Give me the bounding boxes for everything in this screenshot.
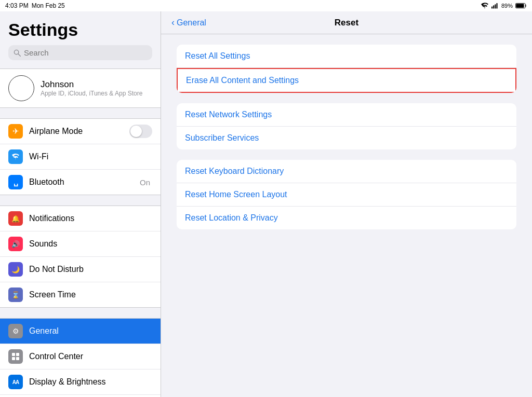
settings-group-inner-connectivity: ✈ Airplane Mode Wi-Fi	[0, 118, 161, 195]
svg-rect-11	[16, 357, 19, 360]
settings-group-alerts: 🔔 Notifications 🔊 Sounds 🌙 Do Not Distur…	[0, 206, 161, 308]
main-content: Settings Johnson Apple ID, iCloud, iTune…	[0, 11, 532, 397]
search-bar[interactable]	[8, 45, 152, 60]
profile-subtitle: Apple ID, iCloud, iTunes & App Store	[41, 90, 142, 97]
svg-rect-1	[493, 5, 494, 8]
sidebar-item-bluetooth[interactable]: ␣ Bluetooth On	[0, 170, 161, 195]
svg-rect-2	[495, 4, 496, 8]
battery-pct: 89%	[501, 3, 513, 9]
wifi-label: Wi-Fi	[29, 152, 152, 161]
profile-section[interactable]: Johnson Apple ID, iCloud, iTunes & App S…	[0, 69, 161, 108]
sounds-icon: 🔊	[8, 237, 23, 251]
subscriber-services-label: Subscriber Services	[185, 133, 259, 142]
sidebar-header: Settings	[0, 11, 161, 64]
right-panel: ‹ General Reset Reset All Settings Erase…	[161, 11, 532, 397]
reset-home-screen-row[interactable]: Reset Home Screen Layout	[177, 183, 516, 207]
right-panel-content: Reset All Settings Erase All Content and…	[161, 34, 532, 240]
status-bar: 4:03 PM Mon Feb 25 89%	[0, 0, 532, 11]
back-label: General	[177, 18, 206, 28]
control-center-icon	[8, 349, 23, 364]
svg-line-7	[18, 54, 20, 56]
reset-group-1: Reset All Settings Erase All Content and…	[177, 45, 516, 93]
svg-rect-3	[496, 3, 497, 9]
sidebar-item-airplane-mode[interactable]: ✈ Airplane Mode	[0, 119, 161, 144]
profile-name: Johnson	[41, 79, 142, 90]
sidebar-item-wifi[interactable]: Wi-Fi	[0, 144, 161, 170]
sidebar: Settings Johnson Apple ID, iCloud, iTune…	[0, 11, 161, 397]
sidebar-item-control-center[interactable]: Control Center	[0, 344, 161, 369]
reset-network-settings-label: Reset Network Settings	[185, 110, 272, 119]
general-label: General	[29, 326, 152, 336]
airplane-mode-label: Airplane Mode	[29, 127, 129, 136]
right-panel-title: Reset	[335, 18, 358, 28]
reset-home-screen-label: Reset Home Screen Layout	[185, 190, 287, 199]
bluetooth-value: On	[140, 178, 150, 187]
bluetooth-label: Bluetooth	[29, 177, 140, 187]
screen-time-label: Screen Time	[29, 290, 152, 299]
do-not-disturb-icon: 🌙	[8, 262, 23, 277]
erase-all-content-label: Erase All Content and Settings	[186, 76, 299, 85]
reset-group-3: Reset Keyboard Dictionary Reset Home Scr…	[177, 160, 516, 229]
sidebar-item-sounds[interactable]: 🔊 Sounds	[0, 231, 161, 257]
sidebar-item-screen-time[interactable]: ⌛ Screen Time	[0, 282, 161, 307]
reset-group-2: Reset Network Settings Subscriber Servic…	[177, 103, 516, 149]
display-brightness-label: Display & Brightness	[29, 377, 152, 387]
sounds-label: Sounds	[29, 239, 152, 249]
right-header: ‹ General Reset	[161, 11, 532, 34]
reset-all-settings-label: Reset All Settings	[185, 51, 250, 60]
status-bar-left: 4:03 PM Mon Feb 25	[5, 2, 65, 9]
battery-icon	[515, 3, 527, 9]
svg-rect-0	[491, 6, 493, 8]
erase-all-content-row[interactable]: Erase All Content and Settings	[177, 68, 516, 93]
reset-location-privacy-row[interactable]: Reset Location & Privacy	[177, 207, 516, 229]
settings-group-system: ⚙ General Control Center	[0, 318, 161, 397]
settings-title: Settings	[8, 20, 152, 40]
subscriber-services-row[interactable]: Subscriber Services	[177, 127, 516, 149]
search-input[interactable]	[24, 48, 147, 57]
search-icon	[14, 49, 21, 57]
do-not-disturb-label: Do Not Disturb	[29, 265, 152, 274]
general-icon: ⚙	[8, 324, 23, 338]
display-brightness-icon: AA	[8, 375, 23, 389]
settings-group-connectivity: ✈ Airplane Mode Wi-Fi	[0, 118, 161, 195]
date: Mon Feb 25	[32, 2, 65, 9]
wifi-settings-icon	[8, 149, 23, 164]
settings-group-inner-system: ⚙ General Control Center	[0, 318, 161, 397]
sidebar-item-wallpaper[interactable]: ❄ Wallpaper	[0, 395, 161, 397]
back-button[interactable]: ‹ General	[171, 17, 206, 28]
control-center-label: Control Center	[29, 352, 152, 361]
svg-rect-9	[16, 353, 19, 356]
reset-keyboard-label: Reset Keyboard Dictionary	[185, 167, 284, 175]
svg-rect-8	[12, 353, 15, 356]
status-bar-right: 89%	[481, 3, 527, 9]
bluetooth-icon: ␣	[8, 175, 23, 189]
svg-rect-10	[12, 357, 15, 360]
settings-group-inner-alerts: 🔔 Notifications 🔊 Sounds 🌙 Do Not Distur…	[0, 206, 161, 308]
reset-keyboard-row[interactable]: Reset Keyboard Dictionary	[177, 160, 516, 183]
reset-network-settings-row[interactable]: Reset Network Settings	[177, 103, 516, 127]
avatar	[8, 75, 34, 101]
notifications-label: Notifications	[29, 214, 152, 223]
screen-time-icon: ⌛	[8, 288, 23, 302]
sidebar-item-general[interactable]: ⚙ General	[0, 319, 161, 344]
notifications-icon: 🔔	[8, 211, 23, 226]
svg-point-6	[14, 50, 18, 54]
sidebar-item-do-not-disturb[interactable]: 🌙 Do Not Disturb	[0, 257, 161, 282]
svg-rect-5	[516, 4, 524, 8]
reset-location-privacy-label: Reset Location & Privacy	[185, 213, 278, 222]
reset-all-settings-row[interactable]: Reset All Settings	[177, 45, 516, 68]
sidebar-item-display-brightness[interactable]: AA Display & Brightness	[0, 369, 161, 395]
airplane-mode-icon: ✈	[8, 124, 23, 139]
signal-icon	[491, 3, 499, 9]
airplane-mode-toggle[interactable]	[129, 125, 152, 138]
back-chevron-icon: ‹	[171, 17, 175, 28]
wifi-icon	[481, 3, 489, 9]
toggle-knob	[130, 126, 142, 137]
time: 4:03 PM	[5, 2, 29, 9]
sidebar-item-notifications[interactable]: 🔔 Notifications	[0, 206, 161, 231]
profile-info: Johnson Apple ID, iCloud, iTunes & App S…	[41, 79, 142, 97]
